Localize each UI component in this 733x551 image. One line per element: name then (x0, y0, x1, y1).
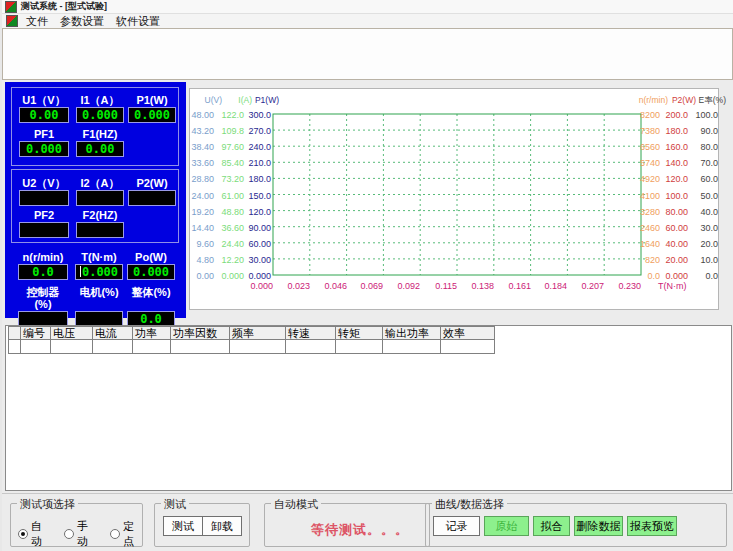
group-title: 测试 (161, 497, 189, 512)
radio-option-2[interactable]: 定点 (110, 519, 142, 549)
radio-label: 自动 (31, 519, 50, 549)
test-group: 测试 测试 卸载 (154, 503, 250, 547)
child-window-icon[interactable] (6, 15, 18, 27)
table-header-cell[interactable]: 频率 (230, 326, 286, 340)
p2-label: P2(W) (128, 177, 176, 189)
i2-label: I2（A） (76, 177, 124, 189)
raw-button[interactable]: 原始 (484, 516, 529, 536)
meter-group-2: U2（V） I2（A） P2(W) PF2 F2(HZ) (11, 169, 179, 243)
left-axis-tick: 4.80 (190, 255, 214, 265)
table-header-cell[interactable]: 效率 (441, 326, 495, 340)
pf1-display: 0.000 (19, 141, 69, 157)
left-axis-tick: 19.20 (190, 207, 214, 217)
table-header-cell[interactable]: 电压 (51, 326, 93, 340)
table-header-cell[interactable]: 转矩 (336, 326, 383, 340)
x-axis-tick: 0.115 (423, 281, 457, 291)
x-axis-tick: 0.069 (349, 281, 383, 291)
chart-panel: U(V)48.0043.2038.4033.6028.8024.0019.201… (189, 88, 719, 310)
app-icon (5, 1, 17, 13)
right-axis-tick: 6560 (634, 142, 660, 152)
record-button[interactable]: 记录 (433, 516, 480, 536)
table-header-cell[interactable]: 输出功率 (383, 326, 441, 340)
x-axis-tick: 0.161 (497, 281, 531, 291)
right-axis-tick: 4920 (634, 174, 660, 184)
meter-group-3: n(r/min) T(N·m) Po(W) 0.0 0.000 0.000 控制… (11, 248, 179, 316)
group-title: 自动模式 (271, 497, 321, 512)
left-axis-tick: 90.00 (245, 223, 271, 233)
table-header-cell[interactable]: 功率 (133, 326, 171, 340)
test-button[interactable]: 测试 (163, 516, 203, 536)
fit-button[interactable]: 拟合 (533, 516, 570, 536)
torque-label: T(N·m) (75, 251, 123, 263)
left-axis-tick: 38.40 (190, 142, 214, 152)
table-cell (8, 340, 21, 354)
report-preview-button[interactable]: 报表预览 (627, 516, 677, 536)
radio-option-1[interactable]: 手动 (64, 519, 96, 549)
right-axis-tick: 50.0 (692, 191, 718, 201)
right-axis-tick: 7380 (634, 126, 660, 136)
left-axis-tick: 48.00 (190, 110, 214, 120)
left-axis-tick: 120.0 (245, 207, 271, 217)
torque-display[interactable]: 0.000 (75, 264, 123, 280)
table-header-cell[interactable]: 转速 (286, 326, 336, 340)
meter-group-1: U1（V） I1（A） P1(W) 0.00 0.000 0.000 PF1 F… (11, 87, 179, 166)
table-header-cell[interactable] (8, 326, 21, 340)
table-cell (51, 340, 93, 354)
table-header-cell[interactable]: 功率因数 (171, 326, 230, 340)
left-axis-tick: 0.00 (190, 271, 214, 281)
table-cell (230, 340, 286, 354)
left-axis-tick: 85.40 (217, 158, 244, 168)
left-axis-tick: 14.40 (190, 223, 214, 233)
table-header-cell[interactable]: 电流 (93, 326, 133, 340)
po-display: 0.000 (127, 264, 175, 280)
u2-display (19, 190, 69, 206)
radio-icon[interactable] (110, 529, 120, 539)
left-axis-tick: 36.60 (217, 223, 244, 233)
right-axis-tick: 20.0 (692, 239, 718, 249)
menu-bar: 文件参数设置软件设置 (2, 14, 733, 28)
left-axis-tick: 240.0 (245, 142, 271, 152)
table-cell (21, 340, 51, 354)
speed-label: n(r/min) (18, 251, 68, 263)
menu-item-2[interactable]: 软件设置 (110, 14, 166, 29)
unload-button[interactable]: 卸载 (202, 516, 242, 536)
radio-label: 手动 (77, 519, 96, 549)
speed-display: 0.0 (18, 264, 68, 280)
right-axis-tick: 4100 (634, 191, 660, 201)
f2-display (76, 222, 124, 238)
table-cell (133, 340, 171, 354)
menu-item-0[interactable]: 文件 (20, 14, 54, 29)
right-axis-tick: 180.0 (663, 126, 688, 136)
table-header-cell[interactable]: 编号 (21, 326, 51, 340)
menu-item-1[interactable]: 参数设置 (54, 14, 110, 29)
right-axis-tick: 70.0 (692, 158, 718, 168)
blank-top-panel (2, 28, 733, 80)
left-axis-tick: 24.00 (190, 191, 214, 201)
right-axis-tick: 3280 (634, 207, 660, 217)
test-mode-radios: 自动手动定点 (18, 519, 142, 549)
left-axis-tick: 28.80 (190, 174, 214, 184)
u2-label: U2（V） (19, 177, 69, 189)
pf2-display (19, 222, 69, 238)
left-axis-tick: 60.00 (245, 239, 271, 249)
right-axis-tick: 80.0 (692, 142, 718, 152)
right-axis-tick: 200.0 (663, 110, 688, 120)
right-axis-tick: 8200 (634, 110, 660, 120)
right-axis-tick: 100.0 (692, 110, 718, 120)
radio-option-0[interactable]: 自动 (18, 519, 50, 549)
right-axis-tick: 0.0 (692, 271, 718, 281)
left-axis-tick: 109.8 (217, 126, 244, 136)
left-axis-tick: 9.60 (190, 239, 214, 249)
delete-data-button[interactable]: 删除数据 (574, 516, 623, 536)
radio-icon[interactable] (64, 529, 74, 539)
controller-eff-label: 控制器(%) (18, 286, 68, 310)
window-title: 测试系统 - [型式试验] (21, 0, 107, 13)
title-bar: 测试系统 - [型式试验] (2, 0, 733, 14)
x-axis-tick: 0.000 (239, 281, 273, 291)
left-axis-tick: 43.20 (190, 126, 214, 136)
x-axis-tick: 0.230 (607, 281, 641, 291)
radio-icon[interactable] (18, 529, 28, 539)
f2-label: F2(HZ) (76, 209, 124, 221)
left-axis-header-2: P1(W) (245, 95, 279, 105)
right-axis-tick: 40.0 (692, 207, 718, 217)
